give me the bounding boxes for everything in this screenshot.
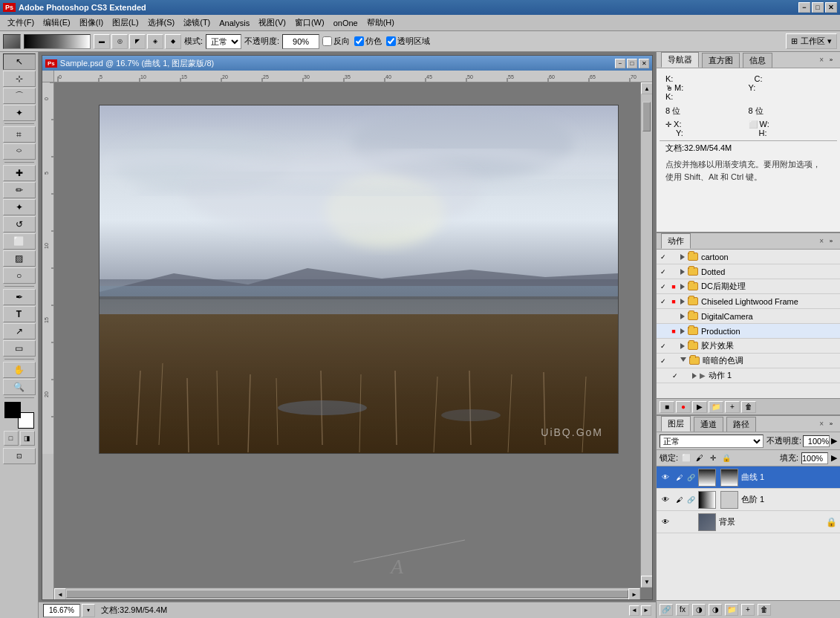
blend-mode-layers-select[interactable]: 正常: [660, 435, 764, 448]
layer-background[interactable]: 👁 背景 🔒: [657, 511, 840, 533]
action-dc-expand[interactable]: [680, 284, 685, 290]
linear-gradient-btn[interactable]: ▬: [94, 34, 110, 49]
layer-curves[interactable]: 👁 🖌 🔗 曲线 1: [657, 466, 840, 489]
blend-mode-select[interactable]: 正常: [206, 34, 241, 49]
action-film-expand[interactable]: [680, 343, 685, 349]
standard-mode-btn[interactable]: □: [4, 431, 19, 446]
menu-select[interactable]: 选择(S): [143, 16, 180, 30]
reverse-check[interactable]: 反向: [322, 36, 350, 47]
actions-delete-btn[interactable]: 🗑: [741, 401, 756, 413]
slice-tool[interactable]: ⌔: [3, 143, 36, 160]
action-dotted-expand[interactable]: [680, 269, 685, 275]
scroll-thumb[interactable]: [642, 102, 651, 131]
actions-play-btn[interactable]: ▶: [692, 401, 707, 413]
shape-tool[interactable]: ▭: [3, 340, 36, 357]
actions-record-btn[interactable]: ●: [676, 401, 691, 413]
magic-wand-tool[interactable]: ✦: [3, 105, 36, 121]
zoom-tool[interactable]: 🔍: [3, 379, 36, 395]
opacity-arrow[interactable]: ▶: [831, 436, 837, 446]
marquee-tool[interactable]: ⊹: [3, 71, 36, 87]
maximize-button[interactable]: □: [812, 2, 824, 13]
reflect-gradient-btn[interactable]: ◈: [147, 34, 163, 49]
hscroll-thumb[interactable]: [66, 590, 628, 598]
minimize-button[interactable]: −: [798, 2, 810, 13]
lock-all-btn[interactable]: 🔒: [721, 453, 732, 464]
menu-file[interactable]: 文件(F): [3, 16, 39, 30]
scroll-down-btn[interactable]: ▼: [641, 576, 652, 588]
action-production[interactable]: ■ Production: [657, 324, 840, 339]
clone-tool[interactable]: ✦: [3, 199, 36, 215]
tab-actions[interactable]: 动作: [661, 233, 691, 249]
angle-gradient-btn[interactable]: ◤: [129, 34, 146, 49]
actions-stop-btn[interactable]: ■: [660, 401, 674, 413]
menu-analysis[interactable]: Analysis: [215, 17, 254, 29]
action-dc2-expand[interactable]: [680, 313, 685, 319]
status-left-arrow[interactable]: ◄: [629, 605, 639, 616]
move-tool[interactable]: ↖: [3, 53, 36, 70]
tab-info[interactable]: 信息: [743, 53, 772, 68]
workspace-button[interactable]: ⊞ 工作区 ▾: [786, 33, 837, 49]
lock-paint-btn[interactable]: 🖌: [694, 453, 705, 464]
doc-maximize-btn[interactable]: □: [627, 59, 637, 68]
lasso-tool[interactable]: ⌒: [3, 88, 36, 104]
brush-tool[interactable]: ✏: [3, 182, 36, 198]
tab-channels[interactable]: 通道: [694, 417, 723, 432]
gradient-picker[interactable]: [24, 34, 91, 49]
layer-group-btn[interactable]: 📁: [725, 604, 738, 616]
gradient-swatch[interactable]: [3, 34, 21, 49]
dodge-tool[interactable]: ○: [3, 267, 36, 284]
close-button[interactable]: ✕: [825, 2, 837, 13]
doc-close-btn[interactable]: ✕: [639, 59, 649, 68]
action-chiseled[interactable]: ✓ ■ Chiseled Lightwood Frame: [657, 294, 840, 309]
menu-layer[interactable]: 图层(L): [108, 16, 143, 30]
action-dotted[interactable]: ✓ Dotted: [657, 264, 840, 279]
menu-filter[interactable]: 滤镜(T): [179, 16, 215, 30]
layer-link-btn[interactable]: 🔗: [660, 604, 673, 616]
radial-gradient-btn[interactable]: ◎: [111, 34, 128, 49]
eraser-tool[interactable]: ⬜: [3, 233, 36, 250]
doc-minimize-btn[interactable]: −: [615, 59, 625, 68]
action-digitalcamera[interactable]: DigitalCamera: [657, 309, 840, 324]
layer-effects-btn[interactable]: fx: [676, 604, 689, 616]
tab-histogram[interactable]: 直方图: [702, 53, 740, 68]
layers-expand[interactable]: »: [827, 420, 836, 429]
menu-window[interactable]: 窗口(W): [290, 16, 329, 30]
diamond-gradient-btn[interactable]: ◆: [165, 34, 181, 49]
zoom-preset-btn[interactable]: ▾: [82, 604, 95, 617]
pen-tool[interactable]: ✒: [3, 289, 36, 305]
fill-value-input[interactable]: [801, 452, 828, 464]
type-tool[interactable]: T: [3, 306, 36, 322]
scroll-right-btn[interactable]: ►: [628, 588, 640, 599]
zoom-input[interactable]: [43, 604, 80, 617]
menu-help[interactable]: 帮助(H): [362, 16, 399, 30]
layers-close[interactable]: ×: [819, 420, 824, 428]
path-selection[interactable]: ↗: [3, 323, 36, 339]
horizontal-scrollbar[interactable]: ◄ ►: [54, 588, 640, 599]
tab-paths[interactable]: 路径: [726, 417, 756, 432]
layer-delete-btn[interactable]: 🗑: [758, 604, 771, 616]
action-dark-expand[interactable]: [680, 357, 686, 365]
menu-onone[interactable]: onOne: [329, 17, 362, 29]
foreground-color[interactable]: [4, 402, 21, 418]
action-prod-expand[interactable]: [680, 328, 685, 334]
menu-image[interactable]: 图像(I): [75, 16, 108, 30]
hand-tool[interactable]: ✋: [3, 362, 36, 378]
actions-close[interactable]: ×: [819, 237, 824, 245]
action-action1[interactable]: ✓ ▶ 动作 1: [657, 368, 840, 383]
history-brush[interactable]: ↺: [3, 216, 36, 232]
layer-levels[interactable]: 👁 🖌 🔗 色阶 1: [657, 489, 840, 511]
fill-arrow[interactable]: ▶: [831, 453, 837, 463]
layer-curves-chain[interactable]: 🔗: [686, 472, 695, 484]
layer-mask-btn[interactable]: ◑: [692, 604, 706, 616]
status-right-arrow[interactable]: ►: [641, 605, 651, 616]
lock-move-btn[interactable]: ✛: [708, 453, 718, 464]
vertical-scrollbar[interactable]: ▲ ▼: [640, 82, 652, 588]
screen-mode-btn[interactable]: ⊡: [3, 448, 36, 464]
actions-new-set-btn[interactable]: 📁: [709, 401, 723, 413]
healing-tool[interactable]: ✚: [3, 165, 36, 181]
crop-tool[interactable]: ⌗: [3, 126, 36, 143]
transparency-check[interactable]: 透明区域: [386, 36, 430, 47]
navigator-close[interactable]: ×: [819, 56, 824, 64]
menu-edit[interactable]: 编辑(E): [39, 16, 75, 30]
quick-mask-btn[interactable]: ◨: [20, 431, 35, 446]
